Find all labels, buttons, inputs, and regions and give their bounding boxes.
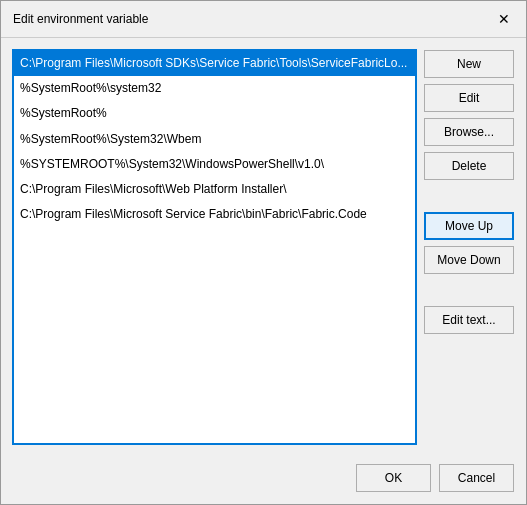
browse-button[interactable]: Browse... — [424, 118, 514, 146]
dialog-title: Edit environment variable — [13, 12, 148, 26]
dialog-content: C:\Program Files\Microsoft SDKs\Service … — [1, 38, 526, 456]
list-item[interactable]: %SystemRoot% — [14, 101, 415, 126]
list-item[interactable]: %SYSTEMROOT%\System32\WindowsPowerShell\… — [14, 152, 415, 177]
button-spacer-1 — [424, 186, 514, 206]
list-item[interactable]: C:\Program Files\Microsoft SDKs\Service … — [14, 51, 415, 76]
environment-variable-list[interactable]: C:\Program Files\Microsoft SDKs\Service … — [13, 50, 416, 444]
button-panel: New Edit Browse... Delete Move Up Move D… — [424, 50, 514, 444]
cancel-button[interactable]: Cancel — [439, 464, 514, 492]
new-button[interactable]: New — [424, 50, 514, 78]
list-item[interactable]: C:\Program Files\Microsoft Service Fabri… — [14, 202, 415, 227]
edit-button[interactable]: Edit — [424, 84, 514, 112]
list-item[interactable]: %SystemRoot%\System32\Wbem — [14, 127, 415, 152]
close-button[interactable]: ✕ — [494, 9, 514, 29]
list-item[interactable]: C:\Program Files\Microsoft\Web Platform … — [14, 177, 415, 202]
title-bar: Edit environment variable ✕ — [1, 1, 526, 38]
move-down-button[interactable]: Move Down — [424, 246, 514, 274]
move-up-button[interactable]: Move Up — [424, 212, 514, 240]
dialog-footer: OK Cancel — [1, 456, 526, 504]
delete-button[interactable]: Delete — [424, 152, 514, 180]
edit-text-button[interactable]: Edit text... — [424, 306, 514, 334]
list-item[interactable]: %SystemRoot%\system32 — [14, 76, 415, 101]
edit-environment-variable-dialog: Edit environment variable ✕ C:\Program F… — [0, 0, 527, 505]
ok-button[interactable]: OK — [356, 464, 431, 492]
button-spacer-2 — [424, 280, 514, 300]
